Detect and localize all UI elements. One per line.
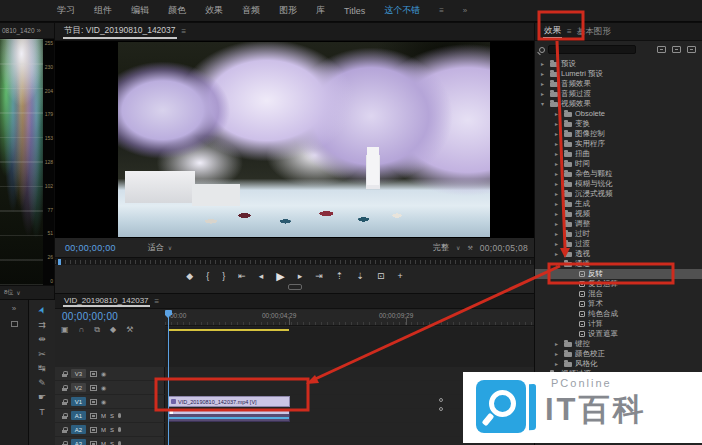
track-output-eye-icon[interactable]: ◉ bbox=[101, 370, 106, 377]
extract-button[interactable]: ⇣ bbox=[356, 271, 364, 281]
workspace-overflow-icon[interactable]: » bbox=[463, 6, 467, 15]
source-patch-icon[interactable] bbox=[90, 399, 97, 405]
track-target-button[interactable]: A2 bbox=[71, 425, 86, 434]
source-patch-icon[interactable] bbox=[90, 427, 97, 433]
source-patch-icon[interactable] bbox=[90, 371, 97, 377]
mark-in-button[interactable]: { bbox=[206, 271, 209, 281]
panel-menu-icon[interactable]: ≡ bbox=[182, 27, 187, 36]
track-select-forward-tool[interactable]: ⇉ bbox=[38, 320, 46, 330]
workspace-effects[interactable]: 效果 bbox=[205, 4, 223, 17]
effect-folder-row[interactable]: 模糊与锐化 bbox=[535, 179, 702, 189]
effect-folder-row[interactable]: Lumetri 预设 bbox=[535, 69, 702, 79]
settings-wrench-icon[interactable]: ⚒ bbox=[467, 244, 472, 251]
track-output-eye-icon[interactable]: ◉ bbox=[101, 398, 106, 405]
effect-item-row[interactable]: 算术 bbox=[535, 299, 702, 309]
track-output-eye-icon[interactable]: ◉ bbox=[101, 384, 106, 391]
step-back-button[interactable]: ◂ bbox=[259, 271, 264, 281]
effect-folder-row[interactable]: 视频效果 bbox=[535, 99, 702, 109]
effect-folder-row[interactable]: 颜色校正 bbox=[535, 349, 702, 359]
workspace-audio[interactable]: 音频 bbox=[242, 4, 260, 17]
go-to-in-button[interactable]: ⇤ bbox=[238, 271, 246, 281]
effect-folder-row[interactable]: 生成 bbox=[535, 199, 702, 209]
effect-folder-row[interactable]: 扭曲 bbox=[535, 149, 702, 159]
scrub-playhead[interactable] bbox=[58, 259, 61, 265]
sequence-tab[interactable]: VID_20190810_142037 bbox=[63, 295, 150, 307]
track-target-button[interactable]: A1 bbox=[71, 411, 86, 420]
track-lock-icon[interactable] bbox=[62, 430, 67, 433]
play-button[interactable]: ▶ bbox=[276, 270, 284, 283]
effects-search-input[interactable] bbox=[548, 45, 636, 54]
fit-dropdown[interactable]: 适合 ∨ bbox=[148, 242, 172, 253]
timeline-settings-wrench-icon[interactable]: ⚒ bbox=[126, 325, 133, 335]
keyframe-dot[interactable] bbox=[439, 407, 443, 411]
ripple-edit-tool[interactable]: ⇹ bbox=[38, 334, 46, 344]
program-monitor-tab[interactable]: 节目: VID_20190810_142037 bbox=[63, 24, 177, 39]
track-lock-icon[interactable] bbox=[62, 388, 67, 391]
keyframe-dot[interactable] bbox=[439, 398, 443, 402]
voiceover-mic-icon[interactable] bbox=[118, 427, 121, 432]
effect-item-row[interactable]: 计算 bbox=[535, 319, 702, 329]
effect-item-row-invert[interactable]: 反转 bbox=[535, 269, 702, 279]
timeline-ruler[interactable]: 00:00 00;00;04;29 00;00;09;29 bbox=[165, 310, 534, 326]
scopes-overflow-icon[interactable]: » bbox=[37, 26, 41, 35]
yuv-effects-filter-icon[interactable] bbox=[687, 46, 696, 53]
effect-item-row[interactable]: 纯色合成 bbox=[535, 309, 702, 319]
tab-effects[interactable]: 效果 bbox=[543, 24, 562, 39]
button-editor-button[interactable]: + bbox=[397, 271, 402, 281]
mark-out-button[interactable]: } bbox=[222, 271, 225, 281]
workspace-menu-icon[interactable]: ≡ bbox=[439, 6, 444, 15]
effect-folder-row[interactable]: 音频效果 bbox=[535, 79, 702, 89]
workspace-color[interactable]: 颜色 bbox=[168, 4, 186, 17]
add-marker-icon[interactable]: ◆ bbox=[110, 325, 116, 335]
effect-folder-row[interactable]: 音频过渡 bbox=[535, 89, 702, 99]
track-target-button[interactable]: V3 bbox=[71, 369, 86, 378]
video-clip-v1[interactable]: VID_20190810_142037.mp4 [V] bbox=[168, 396, 290, 407]
type-tool[interactable]: T bbox=[39, 407, 45, 417]
linked-selection-icon[interactable]: ⧉ bbox=[94, 325, 100, 335]
project-panel-icon[interactable] bbox=[11, 321, 18, 327]
timeline-timecode[interactable]: 00;00;00;00 bbox=[62, 311, 118, 322]
track-lock-icon[interactable] bbox=[62, 416, 67, 419]
solo-button[interactable]: S bbox=[110, 441, 114, 445]
chevron-down-icon[interactable]: ∨ bbox=[16, 289, 20, 296]
go-to-out-button[interactable]: ⇥ bbox=[315, 271, 323, 281]
track-target-button[interactable]: V2 bbox=[71, 383, 86, 392]
workspace-learning[interactable]: 学习 bbox=[57, 4, 75, 17]
effect-folder-row[interactable]: 通道 bbox=[535, 259, 702, 269]
mute-button[interactable]: M bbox=[101, 441, 106, 445]
effect-item-row[interactable]: 复合运算 bbox=[535, 279, 702, 289]
monitor-scrub-bar[interactable] bbox=[55, 257, 534, 265]
effect-folder-row[interactable]: 图像控制 bbox=[535, 129, 702, 139]
workspace-custom-active[interactable]: 这个不错 bbox=[384, 4, 420, 17]
nest-sequence-icon[interactable]: ▣ bbox=[61, 325, 69, 335]
track-lock-icon[interactable] bbox=[62, 402, 67, 405]
effect-folder-row[interactable]: Obsolete bbox=[535, 109, 702, 119]
track-target-button[interactable]: A3 bbox=[71, 439, 86, 445]
scopes-tab-label[interactable]: 0810_1420 bbox=[2, 27, 35, 34]
source-patch-icon[interactable] bbox=[90, 413, 97, 419]
workspace-libraries[interactable]: 库 bbox=[316, 4, 325, 17]
mute-button[interactable]: M bbox=[101, 413, 106, 419]
voiceover-mic-icon[interactable] bbox=[118, 413, 121, 418]
effect-folder-row[interactable]: 过时 bbox=[535, 229, 702, 239]
playhead-timecode[interactable]: 00;00;00;00 bbox=[65, 243, 116, 253]
source-patch-icon[interactable] bbox=[90, 441, 97, 445]
timeline-playhead-line[interactable] bbox=[168, 310, 169, 445]
work-area-bar[interactable] bbox=[168, 329, 289, 331]
effect-folder-row[interactable]: 视频 bbox=[535, 209, 702, 219]
accelerated-effects-filter-icon[interactable] bbox=[657, 46, 666, 53]
pen-tool[interactable]: ✎ bbox=[38, 378, 46, 388]
mute-button[interactable]: M bbox=[101, 427, 106, 433]
workspace-titles[interactable]: Titles bbox=[344, 6, 365, 16]
hand-tool[interactable]: ☛ bbox=[38, 392, 46, 402]
track-lock-icon[interactable] bbox=[62, 374, 67, 377]
workspace-editing[interactable]: 编辑 bbox=[131, 4, 149, 17]
effect-folder-row[interactable]: 键控 bbox=[535, 339, 702, 349]
timeline-playhead-handle[interactable] bbox=[165, 310, 172, 315]
solo-button[interactable]: S bbox=[110, 413, 114, 419]
tab-essential-graphics[interactable]: 基本图形 bbox=[577, 26, 611, 38]
button-editor-handle[interactable] bbox=[288, 284, 302, 290]
workspace-assembly[interactable]: 组件 bbox=[94, 4, 112, 17]
solo-button[interactable]: S bbox=[110, 427, 114, 433]
panel-menu-icon[interactable]: ≡ bbox=[155, 297, 160, 306]
